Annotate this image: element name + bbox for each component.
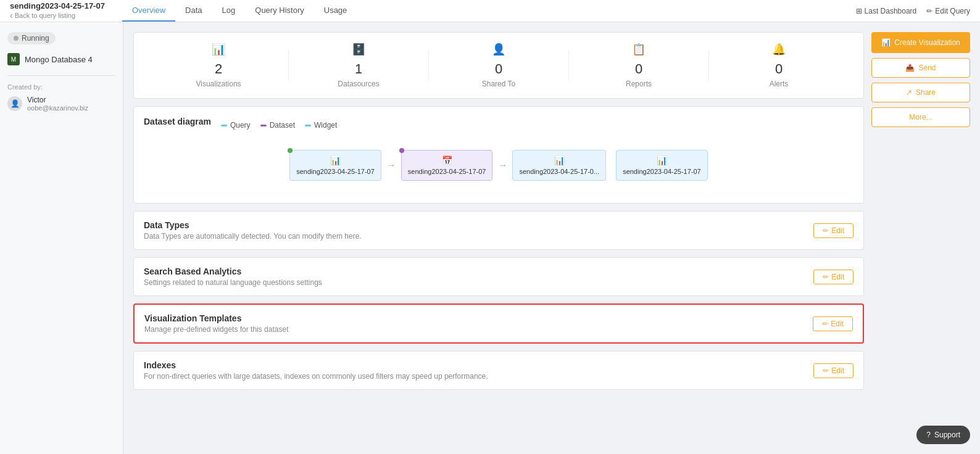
data-types-section: Data Types Data Types are automatically … (133, 211, 864, 250)
query-flow-icon: 📊 (296, 155, 375, 165)
data-types-edit-button[interactable]: ✏ Edit (813, 223, 853, 238)
viz-templates-title: Visualization Templates (144, 313, 288, 323)
edit-query-link[interactable]: ✏ Edit Query (926, 7, 970, 15)
dataset-diagram-card: Dataset diagram Query Dataset Widget (133, 106, 864, 204)
legend-widget: Widget (305, 121, 337, 130)
report-icon: 📋 (632, 43, 646, 56)
indexes-edit-button[interactable]: ✏ Edit (813, 363, 853, 378)
search-analytics-edit-button[interactable]: ✏ Edit (813, 270, 853, 284)
created-by-label: Created by: (7, 83, 115, 91)
sidebar-divider (7, 75, 115, 76)
bar-chart-icon: 📊 (881, 38, 891, 47)
back-link[interactable]: Back to query listing (10, 10, 110, 20)
send-icon: 📤 (905, 64, 915, 72)
indexes-section: Indexes For non-direct queries with larg… (133, 351, 864, 390)
nav-tabs: Overview Data Log Query History Usage (122, 0, 357, 22)
stats-card: 📊 2 Visualizations 🗄️ 1 Datasources 👤 0 … (133, 32, 864, 99)
search-analytics-info: Search Based Analytics Settings related … (144, 266, 322, 287)
flow-arrow-1: → (386, 160, 396, 171)
status-badge: Running (7, 32, 56, 44)
share-icon: ↗ (906, 88, 912, 97)
database-item: M Mongo Database 4 (7, 53, 115, 65)
user-email: oobe@kazarinov.biz (27, 104, 88, 112)
tab-log[interactable]: Log (212, 0, 246, 22)
node-indicator-dataset (399, 148, 404, 153)
database-icon: 🗄️ (352, 43, 365, 56)
node-indicator-query (288, 148, 293, 153)
indexes-info: Indexes For non-direct queries with larg… (144, 360, 488, 381)
edit-pencil-icon-4: ✏ (823, 366, 829, 375)
stat-shared-to: 👤 0 Shared To (429, 43, 568, 88)
status-dot (14, 36, 19, 41)
data-types-title: Data Types (144, 220, 362, 230)
create-visualization-button[interactable]: 📊 Create Visualization (871, 32, 970, 53)
main-layout: Running M Mongo Database 4 Created by: 👤… (0, 22, 980, 454)
tab-usage[interactable]: Usage (314, 0, 357, 22)
main-content: 📊 2 Visualizations 🗄️ 1 Datasources 👤 0 … (123, 22, 980, 454)
viz-templates-desc: Manage pre-defined widgets for this data… (144, 325, 288, 334)
support-icon: ? (926, 431, 931, 439)
diagram-header: Dataset diagram Query Dataset Widget (144, 117, 853, 134)
legend-dot-dataset (260, 125, 267, 126)
tab-data[interactable]: Data (175, 0, 212, 22)
user-info: Victor oobe@kazarinov.biz (27, 96, 88, 112)
widget2-flow-icon: 📊 (623, 155, 701, 165)
flow-node-widget2: 📊 sending2023-04-25-17-07 (616, 150, 708, 181)
top-nav-right: ⊞ Last Dashboard ✏ Edit Query (856, 7, 970, 15)
more-button[interactable]: More... (871, 107, 970, 127)
avatar: 👤 (7, 96, 22, 111)
person-icon: 👤 (492, 43, 505, 56)
legend-dot-query (221, 125, 227, 126)
dataset-flow-icon: 📅 (408, 155, 486, 165)
flow-arrow-2: → (497, 160, 507, 171)
flow-node-dataset: 📅 sending2023-04-25-17-07 (401, 150, 493, 181)
search-analytics-section: Search Based Analytics Settings related … (133, 257, 864, 296)
bell-icon: 🔔 (772, 43, 786, 56)
legend-query: Query (221, 121, 251, 130)
user-item: 👤 Victor oobe@kazarinov.biz (7, 96, 115, 112)
viz-templates-edit-button[interactable]: ✏ Edit (813, 316, 853, 331)
legend-dataset: Dataset (260, 121, 295, 130)
diagram-title: Dataset diagram (144, 117, 211, 126)
edit-pencil-icon-2: ✏ (823, 273, 829, 281)
support-button[interactable]: ? Support (916, 426, 970, 444)
search-analytics-desc: Settings related to natural language que… (144, 278, 322, 287)
user-name: Victor (27, 96, 88, 104)
db-icon: M (7, 53, 20, 65)
legend-dot-widget (305, 125, 311, 126)
stat-datasources: 🗄️ 1 Datasources (289, 43, 428, 88)
last-dashboard-link[interactable]: ⊞ Last Dashboard (856, 7, 917, 15)
share-button[interactable]: ↗ Share (871, 83, 970, 102)
send-button[interactable]: 📤 Send (871, 58, 970, 78)
edit-pencil-icon-3: ✏ (822, 320, 828, 328)
stat-alerts: 🔔 0 Alerts (709, 43, 849, 88)
widget1-flow-icon: 📊 (519, 155, 599, 165)
sidebar: Running M Mongo Database 4 Created by: 👤… (0, 22, 123, 454)
data-types-desc: Data Types are automatically detected. Y… (144, 232, 362, 241)
stat-reports: 📋 0 Reports (569, 43, 708, 88)
content-area: 📊 2 Visualizations 🗄️ 1 Datasources 👤 0 … (133, 32, 864, 444)
right-panel: 📊 Create Visualization 📤 Send ↗ Share Mo… (871, 32, 970, 444)
data-types-info: Data Types Data Types are automatically … (144, 220, 362, 241)
diagram-flow: 📊 sending2023-04-25-17-07 → 📅 sending202… (144, 144, 853, 193)
tab-query-history[interactable]: Query History (245, 0, 314, 22)
page-title: sending2023-04-25-17-07 (10, 1, 105, 10)
indexes-title: Indexes (144, 360, 488, 370)
viz-templates-info: Visualization Templates Manage pre-defin… (144, 313, 288, 334)
indexes-desc: For non-direct queries with large datase… (144, 372, 488, 381)
search-analytics-title: Search Based Analytics (144, 266, 322, 276)
flow-node-query: 📊 sending2023-04-25-17-07 (289, 150, 381, 181)
flow-node-widget1: 📊 sending2023-04-25-17-0... (512, 150, 606, 181)
edit-icon: ✏ (926, 7, 932, 15)
top-nav: sending2023-04-25-17-07 Back to query li… (0, 0, 980, 22)
visualization-templates-section: Visualization Templates Manage pre-defin… (133, 303, 864, 344)
edit-pencil-icon: ✏ (823, 226, 829, 235)
stat-visualizations: 📊 2 Visualizations (149, 43, 288, 88)
dashboard-icon: ⊞ (856, 7, 862, 15)
chart-icon: 📊 (212, 43, 225, 56)
tab-overview[interactable]: Overview (122, 0, 175, 22)
